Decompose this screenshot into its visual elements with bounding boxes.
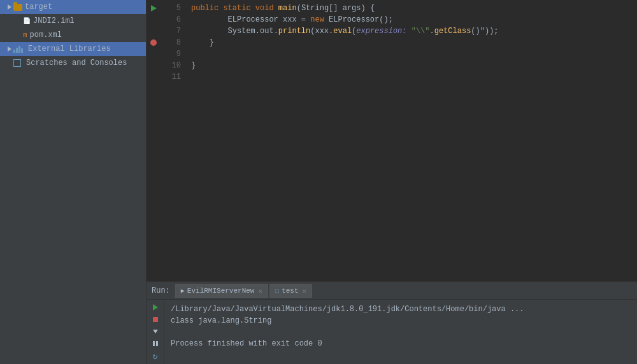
console-line-4: Process finished with exit code 0 [171,338,631,349]
code-line-9 [186,48,637,60]
run-label: Run: [152,286,170,295]
scroll-down-button[interactable] [149,327,162,337]
run-tab-icon-evildemo: ▶ [181,287,185,295]
stop-button[interactable] [149,314,162,324]
sidebar-item-label: JNDI2.iml [33,17,75,25]
sidebar-item-label: External Libraries [28,45,111,53]
console-output: /Library/Java/JavaVirtualMachines/jdk1.8… [164,300,637,364]
tab-close-test[interactable]: ✕ [303,287,307,295]
expand-arrow-icon [8,4,11,10]
run-console: ↻ /Library/Java/JavaVirtualMachines/jdk1… [147,300,637,364]
code-line-5: public static void main ( String [] args… [186,3,637,14]
project-sidebar: target 📄 JNDI2.iml m pom.xml [0,0,147,364]
folder-icon [13,4,22,11]
sidebar-item-label: target [25,3,52,11]
stop-icon [153,317,158,322]
maven-file-icon: m [23,31,27,39]
run-tab-icon-test: □ [275,288,279,295]
scroll-down-icon [153,330,158,333]
console-text-1: /Library/Java/JavaVirtualMachines/jdk1.8… [171,304,524,315]
console-text-2: class java.lang.String [171,315,271,326]
gutter-cell-10 [147,60,161,71]
line-numbers: 5 6 7 8 9 10 11 [161,3,186,281]
line-number-5: 5 [161,3,181,14]
sidebar-item-jndi2[interactable]: 📄 JNDI2.iml [0,14,146,28]
iml-file-icon: 📄 [23,17,31,25]
sidebar-item-label: pom.xml [30,31,62,39]
breakpoint-icon[interactable] [150,39,157,46]
gutter-icons [147,3,161,281]
gutter-cell-11 [147,71,161,83]
expand-arrow-icon [8,46,11,52]
code-line-6: ELProcessor xxx = new ELProcessor (); [186,14,637,25]
line-number-8: 8 [161,37,181,48]
console-line-2: class java.lang.String [171,315,631,326]
run-icon[interactable] [151,5,157,11]
code-line-10: } [186,60,637,71]
line-number-11: 11 [161,71,181,83]
gutter-cell-9 [147,48,161,60]
console-text-4: Process finished with exit code 0 [171,338,322,349]
line-number-6: 6 [161,14,181,25]
bottom-panel: Run: ▶ EvilRMIServerNew ✕ □ test ✕ [147,281,637,364]
tab-close-evildemo[interactable]: ✕ [258,287,262,295]
gutter-cell-8 [147,37,161,48]
rerun-icon: ↻ [153,351,158,361]
code-line-11 [186,71,637,83]
pause-icon [153,341,158,346]
pause-button[interactable] [149,339,162,349]
scratches-icon [13,59,24,67]
run-tab-test[interactable]: □ test ✕ [269,284,312,298]
sidebar-item-external-libraries[interactable]: External Libraries [0,42,146,56]
gutter-cell-5 [147,3,161,14]
sidebar-item-scratches[interactable]: Scratches and Consoles [0,56,146,70]
run-tab-label-evildemo: EvilRMIServerNew [187,287,255,295]
line-number-7: 7 [161,25,181,37]
run-toolbar: ↻ [147,300,164,364]
play-button[interactable] [149,302,162,312]
run-tab-evildemo[interactable]: ▶ EvilRMIServerNew ✕ [175,284,268,298]
gutter-cell-7 [147,25,161,37]
line-number-9: 9 [161,48,181,60]
play-icon [153,304,158,311]
sidebar-item-pom[interactable]: m pom.xml [0,28,146,42]
console-line-3 [171,326,631,338]
code-editor[interactable]: public static void main ( String [] args… [186,3,637,281]
run-tabs-bar: Run: ▶ EvilRMIServerNew ✕ □ test ✕ [147,282,637,300]
code-line-8: } [186,37,637,48]
line-number-10: 10 [161,60,181,71]
run-tab-label-test: test [282,287,298,295]
sidebar-item-label: Scratches and Consoles [26,59,127,67]
console-line-1: /Library/Java/JavaVirtualMachines/jdk1.8… [171,304,631,315]
gutter-cell-6 [147,14,161,25]
code-line-7: System . out . println ( xxx . eval ( ex… [186,25,637,37]
rerun-button[interactable]: ↻ [149,351,162,361]
sidebar-item-target[interactable]: target [0,0,146,14]
editor-area: 5 6 7 8 9 10 11 public static void main … [147,0,637,364]
library-icon [13,46,25,53]
